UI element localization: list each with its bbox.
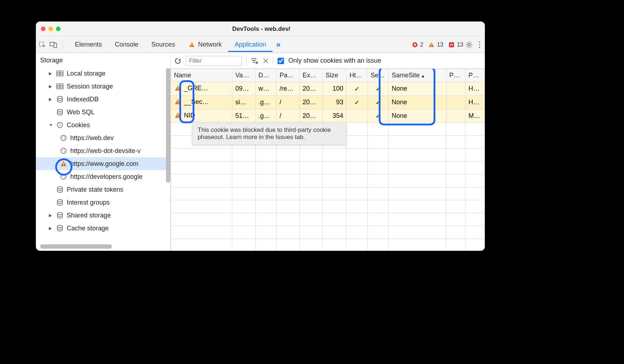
tab-console[interactable]: Console (108, 37, 145, 52)
table-row-empty (171, 226, 485, 239)
sidebar-section-title: Storage (36, 53, 170, 67)
cell-path: / (276, 109, 299, 123)
svg-point-35 (64, 136, 65, 137)
cell-secure: ✓ (368, 96, 389, 109)
warning-icon (60, 160, 67, 168)
svg-point-28 (57, 123, 63, 128)
col-value[interactable]: Va… (232, 69, 255, 82)
table-row-empty (171, 174, 485, 187)
cookie-icon (60, 134, 67, 142)
sidebar-item-label: Cache storage (67, 225, 109, 232)
cell-path: / (276, 96, 299, 109)
devtools-window: DevTools - web.dev/ Elements Console Sou… (36, 21, 485, 251)
storage-sidebar: Storage ▶Local storage ▶Session storage … (36, 53, 171, 251)
sidebar-cookie-origin-webdev[interactable]: https://web.dev (36, 131, 170, 144)
sidebar-item-label: Private state tokens (67, 186, 123, 193)
chevron-right-icon: ▶ (49, 97, 53, 102)
svg-rect-61 (178, 103, 178, 104)
sidebar-item-cookies[interactable]: ▼Cookies (36, 119, 170, 131)
svg-point-38 (62, 150, 63, 150)
cell-samesite: None (389, 82, 446, 96)
col-httponly[interactable]: Ht… (346, 69, 368, 82)
sidebar-item-label: IndexedDB (67, 96, 99, 103)
svg-rect-60 (178, 100, 178, 102)
table-row[interactable]: _GRE…09…w…/re…20…100✓✓NoneH… (171, 82, 485, 96)
sidebar-item-session-storage[interactable]: ▶Session storage (36, 80, 170, 93)
cell-value: 09… (232, 82, 255, 96)
cell-value: si… (232, 96, 255, 109)
col-size[interactable]: Size (322, 69, 346, 82)
sidebar-cookie-origin-webdot[interactable]: https://web-dot-devsite-v (36, 144, 170, 157)
clear-all-icon[interactable] (251, 58, 259, 64)
cookies-table-wrap: Name Va… D… Pa… Ex… Size Ht… Se… SameSit… (171, 69, 485, 251)
cell-expires: 20… (299, 109, 322, 123)
cookie-icon (60, 173, 67, 181)
cell-secure: ✓ (368, 82, 389, 96)
sidebar-cookie-origin-google[interactable]: https://www.google.com (36, 157, 170, 170)
col-path[interactable]: Pa… (276, 69, 299, 82)
inspect-icon[interactable] (39, 41, 49, 48)
sidebar-item-interest-groups[interactable]: Interest groups (36, 196, 170, 209)
table-row-empty (171, 149, 485, 162)
table-row-empty (171, 200, 485, 213)
sidebar-item-cache-storage[interactable]: ▶Cache storage (36, 222, 170, 235)
table-row[interactable]: NID51….g…/20…354✓NoneM… (171, 109, 485, 123)
sidebar-item-indexeddb[interactable]: ▶IndexedDB (36, 93, 170, 106)
cell-http: ✓ (346, 82, 368, 96)
sidebar-hscrollbar[interactable] (40, 244, 112, 249)
sidebar-scrollbar[interactable] (166, 68, 170, 183)
svg-rect-2 (54, 43, 57, 48)
sidebar-item-label: https://web.dev (70, 134, 114, 142)
col-name[interactable]: Name (171, 69, 232, 82)
svg-point-43 (61, 174, 66, 179)
chevron-right-icon: ▶ (49, 84, 53, 89)
warning-icon (427, 41, 435, 49)
col-priority[interactable]: P… (465, 69, 485, 82)
table-icon (56, 70, 64, 77)
only-issues-checkbox[interactable] (278, 58, 284, 64)
tab-network[interactable]: Network (181, 37, 228, 52)
error-counter[interactable]: 2 (409, 41, 426, 49)
warning-counter[interactable]: 13 (425, 41, 445, 49)
settings-gear-icon[interactable] (465, 41, 476, 48)
device-toggle-icon[interactable] (49, 42, 60, 48)
svg-point-27 (57, 109, 62, 111)
close-icon[interactable] (41, 27, 46, 31)
tab-sources[interactable]: Sources (145, 37, 181, 52)
svg-point-48 (57, 200, 62, 202)
svg-point-33 (61, 135, 66, 141)
tab-application[interactable]: Application (228, 37, 273, 52)
sidebar-item-label: Interest groups (67, 199, 110, 206)
col-expires[interactable]: Ex… (299, 69, 322, 82)
col-partition[interactable]: P… (446, 69, 465, 82)
sidebar-item-private-state[interactable]: Private state tokens (36, 183, 170, 196)
titlebar: DevTools - web.dev/ (36, 21, 485, 37)
filter-input[interactable] (186, 56, 242, 66)
issues-counter[interactable]: 13 (445, 41, 465, 49)
sidebar-item-websql[interactable]: Web SQL (36, 106, 170, 119)
cell-partition (446, 96, 465, 109)
refresh-icon[interactable] (174, 57, 181, 64)
svg-line-15 (471, 46, 471, 47)
tabbar: Elements Console Sources Network Applica… (36, 37, 485, 53)
col-secure[interactable]: Se… (368, 69, 389, 82)
issues-icon (448, 41, 455, 49)
sidebar-cookie-origin-developers[interactable]: https://developers.google (36, 170, 170, 183)
more-tabs-button[interactable]: » (273, 38, 284, 52)
maximize-icon[interactable] (56, 27, 61, 31)
sidebar-item-local-storage[interactable]: ▶Local storage (36, 67, 170, 80)
svg-point-46 (64, 177, 65, 178)
minimize-icon[interactable] (48, 27, 53, 31)
cookies-table: Name Va… D… Pa… Ex… Size Ht… Se… SameSit… (171, 69, 485, 251)
svg-line-14 (467, 42, 468, 43)
kebab-menu-icon[interactable]: ⋮ (476, 43, 482, 47)
col-domain[interactable]: D… (255, 69, 276, 82)
tab-elements[interactable]: Elements (68, 37, 108, 52)
col-samesite[interactable]: SameSite (389, 69, 446, 82)
sidebar-item-shared-storage[interactable]: ▶Shared storage (36, 209, 170, 222)
table-row[interactable]: __Sec…si….g…/20…93✓✓NoneH… (171, 96, 485, 109)
svg-rect-42 (63, 165, 64, 166)
svg-point-49 (57, 212, 62, 215)
clear-icon[interactable] (263, 58, 269, 64)
cell-samesite: None (389, 96, 446, 109)
